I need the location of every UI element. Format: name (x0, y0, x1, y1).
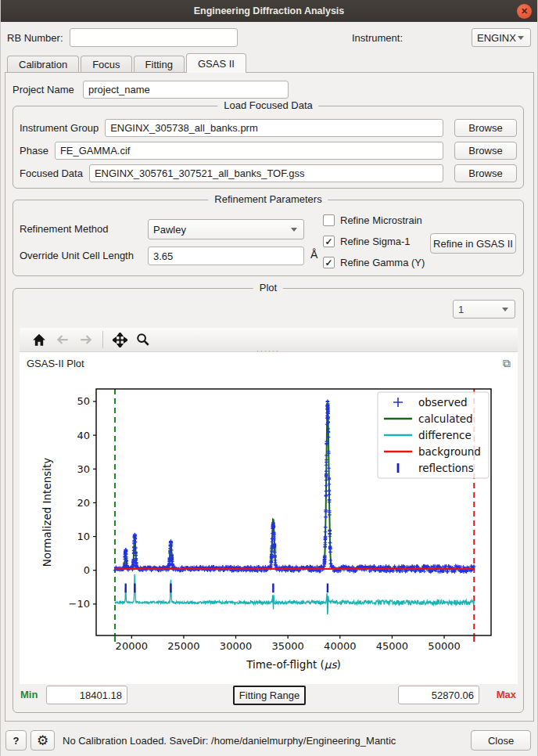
instrument-group-input[interactable] (105, 119, 443, 137)
chevron-down-icon (502, 308, 508, 311)
angstrom-unit-label: Å (310, 248, 317, 261)
refine-gamma-row[interactable]: ✓ Refine Gamma (Y) (323, 257, 425, 268)
rb-number-label: RB Number: (7, 32, 63, 44)
override-unit-cell-input[interactable] (148, 247, 304, 265)
svg-text:10: 10 (77, 531, 90, 542)
back-icon[interactable] (51, 329, 74, 350)
phase-input[interactable] (55, 142, 443, 160)
close-button[interactable]: Close (471, 730, 531, 751)
svg-text:40000: 40000 (324, 640, 356, 652)
focused-data-label: Focused Data (20, 167, 83, 179)
titlebar: Engineering Diffraction Analysis ✕ (1, 0, 537, 22)
fitting-range-row: Min Fitting Range Max (13, 686, 523, 705)
svg-text:background: background (418, 445, 481, 458)
refine-microstrain-row[interactable]: Refine Microstrain (323, 214, 422, 226)
refine-microstrain-checkbox[interactable] (323, 214, 335, 226)
svg-text:0: 0 (84, 564, 90, 576)
refine-in-gsas-button[interactable]: Refine in GSAS II (430, 233, 516, 254)
svg-text:Normalized Intensity: Normalized Intensity (41, 458, 53, 567)
svg-text:reflections: reflections (418, 462, 474, 474)
refine-gamma-checkbox[interactable]: ✓ (323, 257, 335, 268)
refine-sigma-checkbox[interactable]: ✓ (323, 236, 335, 247)
chevron-down-icon (291, 228, 297, 232)
svg-text:30000: 30000 (220, 640, 252, 652)
browse-instrument-group-button[interactable]: Browse (454, 119, 517, 137)
project-name-label: Project Name (13, 84, 74, 95)
load-focused-data-title: Load Focused Data (217, 99, 318, 111)
bank-selector[interactable]: 1 (453, 300, 515, 319)
settings-button[interactable]: ⚙ (30, 730, 55, 751)
window-close-icon[interactable]: ✕ (517, 4, 532, 19)
phase-label: Phase (20, 145, 48, 157)
toolbar-separator (102, 331, 103, 348)
gsas-tab-pane: Project Name Load Focused Data Instrumen… (5, 72, 534, 722)
svg-text:observed: observed (418, 396, 468, 409)
svg-text:40: 40 (77, 430, 90, 441)
fit-min-label: Min (20, 689, 38, 700)
svg-text:45000: 45000 (376, 640, 408, 652)
fitting-range-button[interactable]: Fitting Range (233, 686, 306, 705)
browse-focused-data-button[interactable]: Browse (454, 164, 517, 182)
focused-data-input[interactable] (89, 164, 443, 182)
engineering-diffraction-window: { "window": { "title": "Engineering Diff… (0, 0, 538, 756)
instrument-select[interactable]: ENGINX (472, 28, 531, 47)
refine-sigma-label: Refine Sigma-1 (340, 236, 411, 247)
instrument-group-label: Instrument Group (20, 122, 99, 134)
zoom-icon[interactable] (131, 329, 155, 350)
tab-fitting[interactable]: Fitting (134, 56, 185, 73)
status-message: No Calibration Loaded. SaveDir: /home/da… (63, 735, 396, 747)
tab-calibration[interactable]: Calibration (7, 56, 79, 73)
plot-group-title: Plot (253, 282, 283, 293)
svg-text:−10: −10 (69, 598, 90, 610)
svg-text:20000: 20000 (116, 640, 148, 652)
gsas-plot-widget: GSAS-II Plot ⧉ 2000025000300003500040000… (20, 352, 518, 684)
phase-row: Phase Browse (20, 142, 517, 160)
tab-focus[interactable]: Focus (81, 56, 131, 73)
refinement-parameters-group: Refinement Parameters Refinement Method … (13, 200, 524, 276)
svg-text:20: 20 (77, 497, 90, 509)
forward-icon[interactable] (74, 329, 98, 350)
fit-max-label: Max (497, 689, 516, 700)
svg-text:25000: 25000 (167, 640, 199, 652)
home-icon[interactable] (27, 329, 51, 350)
tab-bar: Calibration Focus Fitting GSAS II (7, 53, 248, 73)
svg-text:difference: difference (418, 429, 472, 441)
load-focused-data-group: Load Focused Data Instrument Group Brows… (13, 106, 524, 189)
refinement-method-label: Refinement Method (20, 223, 108, 235)
svg-text:50000: 50000 (428, 640, 460, 652)
refinement-method-select[interactable]: Pawley (148, 219, 304, 239)
rb-number-input[interactable] (70, 28, 238, 47)
bank-selector-value: 1 (458, 304, 464, 315)
refinement-parameters-title: Refinement Parameters (208, 193, 328, 205)
svg-text:30: 30 (77, 463, 90, 475)
project-name-input[interactable] (83, 81, 289, 99)
refine-gamma-label: Refine Gamma (Y) (340, 257, 425, 268)
help-button[interactable]: ? (5, 730, 27, 751)
top-row: RB Number: Instrument: ENGINX (1, 28, 537, 49)
override-unit-cell-label: Override Unit Cell Length (20, 250, 134, 261)
undock-icon[interactable]: ⧉ (503, 357, 511, 370)
status-bar: ? ⚙ No Calibration Loaded. SaveDir: /hom… (1, 726, 537, 756)
gear-icon: ⚙ (37, 733, 48, 749)
fit-max-input[interactable] (398, 686, 479, 704)
browse-phase-button[interactable]: Browse (454, 142, 517, 160)
svg-text:50: 50 (77, 395, 90, 407)
chevron-down-icon (518, 36, 524, 40)
instrument-label: Instrument: (352, 32, 403, 44)
instrument-group-row: Instrument Group Browse (20, 119, 517, 137)
svg-text:calculated: calculated (418, 412, 473, 425)
fit-min-input[interactable] (46, 686, 127, 704)
refinement-method-value: Pawley (153, 224, 186, 236)
pan-icon[interactable] (108, 329, 131, 350)
tab-gsas-ii[interactable]: GSAS II (186, 53, 246, 73)
instrument-value: ENGINX (477, 32, 516, 44)
focused-data-row: Focused Data Browse (20, 164, 517, 182)
plot-group: Plot 1 ······ GSAS-II Plot (13, 288, 524, 713)
diffraction-plot-canvas[interactable]: 20000250003000035000400004500050000−1001… (20, 373, 518, 679)
refine-microstrain-label: Refine Microstrain (340, 214, 422, 226)
window-title: Engineering Diffraction Analysis (194, 5, 345, 16)
refine-sigma-row[interactable]: ✓ Refine Sigma-1 (323, 236, 411, 247)
svg-text:Time-of-flight (μs): Time-of-flight (μs) (246, 658, 340, 671)
gsas-plot-title: GSAS-II Plot (27, 358, 84, 369)
svg-text:35000: 35000 (271, 640, 303, 652)
